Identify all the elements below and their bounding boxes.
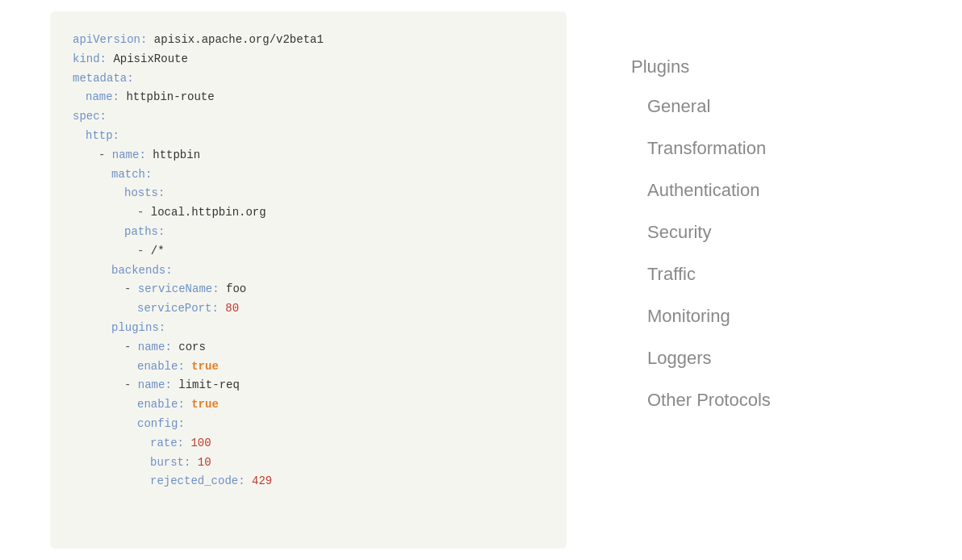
code-token-value-str: limit-req — [172, 378, 240, 391]
nav-section-plugins[interactable]: Plugins — [631, 48, 962, 86]
code-token-key: serviceName: — [138, 282, 220, 295]
code-token-key: apiVersion: — [73, 33, 147, 46]
code-token-key: spec: — [73, 110, 107, 123]
code-line: burst: 10 — [150, 453, 544, 473]
code-token-dash: - — [98, 148, 112, 161]
nav-item-monitoring[interactable]: Monitoring — [631, 295, 962, 337]
code-token-key: name: — [112, 148, 146, 161]
code-line: hosts: — [124, 184, 544, 203]
code-token-key: enable: — [137, 398, 185, 411]
code-token-dash: - — [124, 282, 138, 295]
code-line: apiVersion: apisix.apache.org/v2beta1 — [73, 31, 544, 50]
code-line: servicePort: 80 — [137, 299, 544, 319]
code-line: paths: — [124, 223, 544, 242]
code-token-value-num: 80 — [219, 302, 239, 315]
code-token-dash: - — [124, 378, 138, 391]
code-token-key: match: — [111, 168, 152, 181]
code-line: name: httpbin-route — [86, 88, 544, 107]
nav-item-general[interactable]: General — [631, 86, 962, 127]
code-token-dash: - — [124, 341, 138, 353]
code-token-value-bool: true — [185, 360, 219, 373]
code-line: enable: true — [137, 357, 544, 377]
nav-item-security[interactable]: Security — [631, 211, 962, 253]
code-token-value-str: httpbin — [146, 148, 200, 161]
code-token-key: rate: — [150, 437, 184, 449]
code-line: http: — [86, 127, 544, 146]
code-token-value-bool: true — [185, 398, 219, 411]
nav-item-transformation[interactable]: Transformation — [631, 127, 962, 169]
code-token-key: hosts: — [124, 186, 165, 199]
code-token-dash: - — [137, 244, 151, 257]
code-token-value-str: /* — [151, 244, 165, 257]
code-line: rate: 100 — [150, 434, 544, 453]
code-line: - local.httpbin.org — [137, 203, 544, 223]
code-token-key: paths: — [124, 225, 165, 238]
code-token-key: metadata: — [73, 72, 134, 85]
code-token-dash: - — [137, 206, 151, 219]
code-token-key: backends: — [111, 264, 173, 277]
code-line: backends: — [111, 261, 544, 281]
code-token-key: kind: — [73, 52, 107, 65]
code-token-key: http: — [86, 129, 119, 142]
code-token-value-str: ApisixRoute — [107, 52, 188, 65]
nav-item-traffic[interactable]: Traffic — [631, 253, 962, 295]
code-token-key: name: — [86, 90, 119, 103]
code-line: kind: ApisixRoute — [73, 50, 544, 69]
nav-item-other-protocols[interactable]: Other Protocols — [631, 379, 962, 421]
right-nav-panel: Plugins GeneralTransformationAuthenticat… — [567, 0, 962, 421]
code-token-value-num: 429 — [245, 474, 273, 487]
code-line: - /* — [137, 242, 544, 261]
code-token-key: plugins: — [111, 321, 165, 334]
code-line: - name: cors — [124, 338, 544, 357]
code-token-key: enable: — [137, 360, 185, 373]
nav-item-authentication[interactable]: Authentication — [631, 169, 962, 211]
code-line: match: — [111, 165, 544, 185]
code-token-value-str: httpbin-route — [119, 90, 215, 103]
code-token-value-str: cors — [172, 341, 206, 353]
code-line: plugins: — [111, 319, 544, 338]
code-token-value-str: foo — [220, 282, 247, 295]
code-token-value-num: 10 — [190, 456, 211, 469]
code-panel: apiVersion: apisix.apache.org/v2beta1kin… — [50, 11, 567, 549]
nav-item-loggers[interactable]: Loggers — [631, 337, 962, 379]
code-block: apiVersion: apisix.apache.org/v2beta1kin… — [73, 31, 544, 491]
code-token-key: name: — [138, 341, 172, 353]
code-line: enable: true — [137, 395, 544, 415]
code-line: metadata: — [73, 69, 544, 89]
code-token-key: burst: — [150, 456, 190, 469]
code-token-value-num: 100 — [184, 437, 211, 449]
code-line: spec: — [73, 107, 544, 127]
code-line: rejected_code: 429 — [150, 472, 544, 491]
code-token-value-str: local.httpbin.org — [151, 206, 266, 219]
code-token-key: name: — [138, 378, 172, 391]
code-token-key: rejected_code: — [150, 474, 245, 487]
code-token-key: config: — [137, 417, 185, 430]
code-line: config: — [137, 415, 544, 434]
code-line: - serviceName: foo — [124, 280, 544, 299]
code-line: - name: httpbin — [98, 146, 544, 165]
code-line: - name: limit-req — [124, 376, 544, 395]
code-token-value-str: apisix.apache.org/v2beta1 — [147, 33, 323, 46]
code-token-key: servicePort: — [137, 302, 219, 315]
